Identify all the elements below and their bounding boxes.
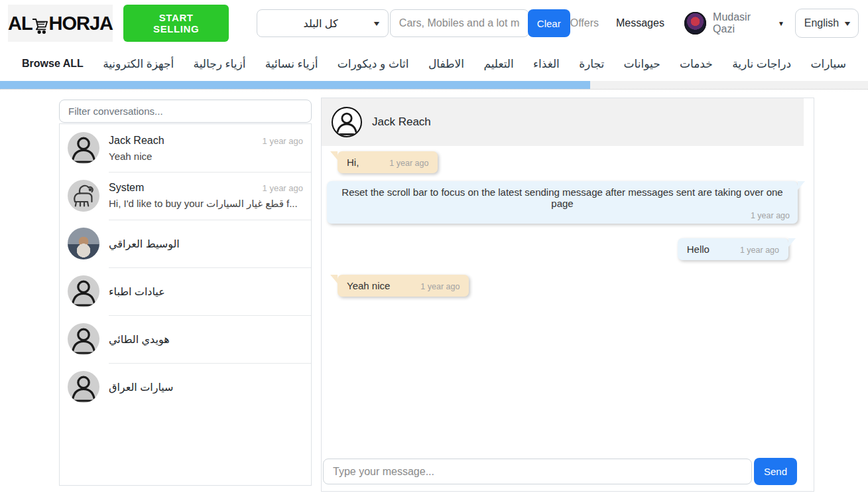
category-nav-item[interactable]: الاطفال	[428, 57, 464, 71]
conversation-list-item[interactable]: سيارات العراق	[60, 363, 311, 411]
person-silhouette-avatar	[68, 275, 99, 307]
conversation-name: System	[109, 182, 257, 194]
message-text: Hello	[687, 244, 710, 255]
photo-avatar	[68, 228, 99, 259]
language-select-value: English	[804, 17, 839, 29]
person-silhouette-avatar	[68, 132, 99, 164]
category-nav-item[interactable]: تجارة	[579, 57, 604, 71]
conversation-preview: Yeah nice	[109, 151, 303, 162]
conversation-name: الوسيط العراقي	[109, 238, 303, 250]
conversation-name: سيارات العراق	[109, 381, 303, 394]
conversation-main: الوسيط العراقي	[109, 227, 303, 260]
category-nav-scrollbar	[0, 81, 868, 90]
user-avatar	[684, 12, 706, 35]
site-logo[interactable]: AL HORJA	[8, 5, 113, 42]
offers-link[interactable]: Offers	[570, 17, 599, 29]
conversation-list-item[interactable]: هويدي الطائي	[60, 315, 311, 363]
chat-message-bubble: Hello 1 year ago	[678, 238, 788, 260]
chat-header: Jack Reach	[322, 98, 804, 146]
chevron-down-icon: ▾	[374, 19, 379, 28]
category-nav-item[interactable]: أجهزة الكترونية	[103, 57, 174, 71]
message-text: Hi,	[347, 157, 359, 168]
conversation-list: Jack Reach 1 year ago Yeah nice System 1…	[59, 123, 312, 486]
shopping-cart-icon	[31, 15, 50, 36]
language-select[interactable]: English ▾	[795, 9, 859, 38]
category-nav-item[interactable]: خدمات	[680, 57, 713, 71]
chat-panel: Jack Reach Hi, 1 year ago Reset the scro…	[321, 98, 814, 492]
chat-partner-name: Jack Reach	[372, 115, 431, 129]
conversation-name: Jack Reach	[109, 135, 257, 147]
user-menu[interactable]: Mudasir Qazi ▼	[684, 11, 784, 35]
conversation-list-item[interactable]: System 1 year ago Hi, I'd like to buy yo…	[60, 172, 311, 220]
category-nav-item[interactable]: دراجات نارية	[732, 57, 791, 71]
message-input[interactable]	[323, 459, 752, 484]
filter-conversations-input[interactable]	[59, 100, 312, 123]
category-nav-item[interactable]: سيارات	[810, 57, 846, 71]
conversation-main: هويدي الطائي	[109, 322, 303, 356]
conversation-timestamp: 1 year ago	[263, 183, 303, 193]
message-timestamp: 1 year ago	[740, 246, 779, 255]
chat-messages-area: Hi, 1 year ago Reset the scroll bar to f…	[322, 146, 814, 453]
user-name: Mudasir Qazi	[713, 11, 774, 35]
conversation-list-item[interactable]: الوسيط العراقي	[60, 220, 311, 267]
country-select[interactable]: كل البلد ▾	[257, 9, 389, 37]
conversations-panel: Jack Reach 1 year ago Yeah nice System 1…	[59, 100, 312, 486]
lion-emblem-avatar	[68, 180, 99, 212]
conversation-list-item[interactable]: عيادات اطباء	[60, 267, 311, 315]
person-silhouette-avatar	[68, 323, 99, 355]
category-nav-item[interactable]: أزياء رجالية	[194, 57, 246, 71]
conversation-main: System 1 year ago Hi, I'd like to buy yo…	[109, 179, 303, 212]
chevron-down-icon: ▾	[845, 19, 850, 28]
category-nav-item[interactable]: Browse ALL	[22, 58, 84, 70]
caret-down-icon: ▼	[778, 20, 784, 27]
start-selling-button[interactable]: START SELLING	[123, 5, 229, 42]
message-timestamp: 1 year ago	[389, 159, 428, 168]
chat-message-bubble: Hi, 1 year ago	[338, 151, 438, 173]
chat-input-row: Send	[322, 453, 814, 491]
category-nav: Browse ALLأجهزة الكترونيةأزياء رجاليةأزي…	[0, 46, 868, 81]
messages-link[interactable]: Messages	[616, 17, 664, 29]
message-timestamp: 1 year ago	[751, 211, 790, 220]
category-nav-item[interactable]: أزياء نسائية	[265, 57, 318, 71]
chat-message-bubble: Reset the scroll bar to focus on the lat…	[327, 181, 798, 224]
conversation-timestamp: 1 year ago	[263, 136, 303, 146]
logo-text-left: AL	[8, 13, 32, 35]
message-text: Yeah nice	[347, 280, 390, 291]
message-timestamp: 1 year ago	[420, 282, 460, 291]
conversation-main: سيارات العراق	[109, 370, 303, 403]
category-nav-item[interactable]: الغذاء	[533, 57, 560, 71]
person-silhouette-avatar	[68, 371, 99, 403]
conversation-name: عيادات اطباء	[109, 285, 303, 298]
category-nav-scrollbar-thumb[interactable]	[0, 81, 590, 89]
send-button[interactable]: Send	[754, 458, 797, 485]
conversation-main: عيادات اطباء	[109, 275, 303, 308]
category-nav-item[interactable]: اثاث و ديكورات	[338, 57, 409, 71]
category-nav-item[interactable]: حيوانات	[624, 57, 660, 71]
country-select-value: كل البلد	[267, 17, 374, 30]
conversation-preview: Hi, I'd like to buy your قطع غيار السيار…	[109, 198, 303, 210]
logo-text-right: HORJA	[48, 13, 113, 35]
chat-partner-avatar	[332, 107, 362, 137]
conversation-main: Jack Reach 1 year ago Yeah nice	[109, 131, 303, 165]
clear-search-button[interactable]: Clear	[528, 9, 570, 37]
conversation-list-item[interactable]: Jack Reach 1 year ago Yeah nice	[60, 124, 311, 172]
category-nav-item[interactable]: التعليم	[483, 57, 513, 71]
conversation-name: هويدي الطائي	[109, 333, 303, 346]
message-text: Reset the scroll bar to focus on the lat…	[341, 186, 786, 209]
top-header: AL HORJA START SELLING كل البلد ▾ Clear …	[0, 0, 868, 46]
search-group: Clear	[390, 9, 570, 37]
search-input[interactable]	[390, 9, 529, 37]
chat-message-bubble: Yeah nice 1 year ago	[338, 275, 469, 297]
